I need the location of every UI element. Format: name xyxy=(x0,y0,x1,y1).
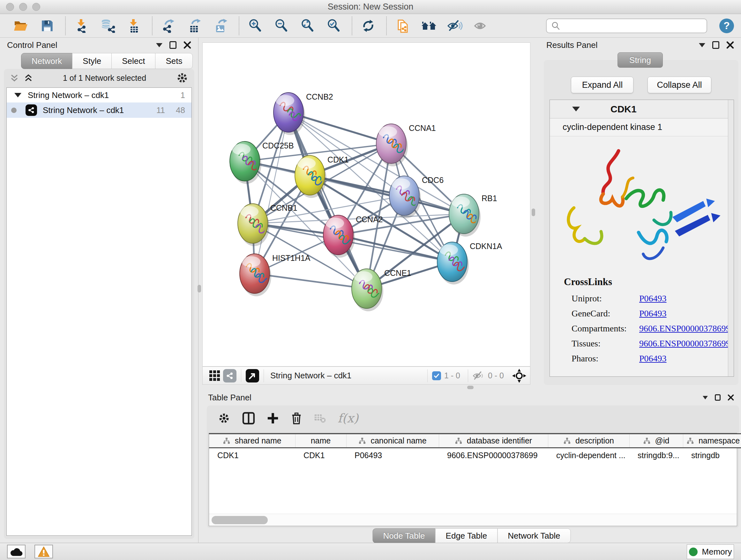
cloud-status-button[interactable] xyxy=(7,545,25,558)
search-field[interactable] xyxy=(546,18,707,33)
column-header-canonical-name[interactable]: canonical name xyxy=(346,434,439,448)
tab-string[interactable]: String xyxy=(617,52,663,68)
cell-namespace[interactable]: stringdb xyxy=(683,448,741,462)
svg-text:CDC25B: CDC25B xyxy=(262,141,294,150)
expand-all-networks-icon[interactable] xyxy=(23,73,33,83)
expand-all-button[interactable]: Expand All xyxy=(571,77,633,93)
hide-selected-button[interactable] xyxy=(446,16,465,36)
genecard-link[interactable]: P06493 xyxy=(639,308,667,319)
export-network-button[interactable] xyxy=(159,16,178,36)
network-node-ccna2[interactable] xyxy=(323,215,355,258)
table-gear-icon[interactable] xyxy=(218,412,230,425)
export-table-button[interactable] xyxy=(185,16,204,36)
gear-icon[interactable] xyxy=(176,71,189,84)
float-panel-icon[interactable] xyxy=(170,41,177,49)
tab-network-table[interactable]: Network Table xyxy=(497,528,570,543)
tab-edge-table[interactable]: Edge Table xyxy=(435,528,498,543)
export-image-button[interactable] xyxy=(211,16,230,36)
show-columns-icon[interactable] xyxy=(242,412,255,425)
string-copy-network-button[interactable] xyxy=(393,16,412,36)
birds-eye-view-icon[interactable] xyxy=(209,370,220,381)
network-graph[interactable]: CCNB2CCNA1CDC25BCDK1CDC6RB1CCNB1CCNA2CDK… xyxy=(203,43,531,367)
zoom-in-button[interactable] xyxy=(246,16,265,36)
eye-slash-icon xyxy=(448,19,463,33)
close-panel-icon[interactable] xyxy=(728,394,734,401)
network-view-canvas[interactable]: CCNB2CCNA1CDC25BCDK1CDC6RB1CCNB1CCNA2CDK… xyxy=(202,43,530,367)
add-column-icon[interactable] xyxy=(267,412,279,424)
cell-database-identifier[interactable]: 9606.ENSP00000378699 xyxy=(439,448,548,462)
function-builder-icon[interactable]: f(x) xyxy=(338,411,358,425)
memory-button[interactable]: Memory xyxy=(687,544,734,559)
column-header-description[interactable]: description xyxy=(548,434,629,448)
uniprot-link[interactable]: P06493 xyxy=(639,294,667,304)
cell-id[interactable]: stringdb:9... xyxy=(629,448,683,462)
open-session-button[interactable] xyxy=(11,16,30,36)
gene-section-header[interactable]: CDK1 xyxy=(550,100,734,118)
collapse-all-button[interactable]: Collapse All xyxy=(648,77,711,93)
selected-checkbox[interactable] xyxy=(432,371,441,380)
tab-style[interactable]: Style xyxy=(72,53,112,69)
network-collection-row[interactable]: String Network – cdk1 1 xyxy=(7,88,192,103)
zoom-out-button[interactable] xyxy=(272,16,291,36)
delete-table-icon[interactable] xyxy=(314,413,326,423)
close-panel-icon[interactable] xyxy=(726,41,734,49)
network-node-ccne1[interactable] xyxy=(352,269,383,311)
cell-name[interactable]: CDK1 xyxy=(295,448,346,462)
column-header-name[interactable]: name xyxy=(295,434,346,448)
string-settings-icon[interactable] xyxy=(223,369,237,382)
collapse-gene-icon[interactable] xyxy=(572,107,580,111)
import-network-file-button[interactable] xyxy=(72,16,91,36)
panel-menu-icon[interactable] xyxy=(156,43,162,47)
panel-menu-icon[interactable] xyxy=(703,396,708,399)
import-network-database-button[interactable] xyxy=(98,16,118,36)
tissues-link[interactable]: 9606.ENSP00000378699 xyxy=(639,338,730,349)
cell-canonical-name[interactable]: P06493 xyxy=(346,448,439,462)
import-table-button[interactable] xyxy=(125,16,144,36)
column-header-namespace[interactable]: namespace xyxy=(683,434,741,448)
open-in-new-icon[interactable] xyxy=(246,369,259,382)
tab-network[interactable]: Network xyxy=(21,53,72,69)
network-row[interactable]: String Network – cdk1 1148 xyxy=(7,103,192,118)
network-node-cdc6[interactable] xyxy=(389,176,421,219)
tab-node-table[interactable]: Node Table xyxy=(373,528,435,543)
cell-description[interactable]: cyclin-dependent ... xyxy=(548,448,629,462)
network-node-ccnb1[interactable] xyxy=(238,204,269,246)
search-input[interactable] xyxy=(563,21,702,30)
network-node-cdk1[interactable] xyxy=(295,155,327,198)
tab-select[interactable]: Select xyxy=(111,53,155,69)
delete-column-icon[interactable] xyxy=(290,412,302,425)
column-header-id[interactable]: @id xyxy=(629,434,683,448)
show-all-button[interactable] xyxy=(472,16,491,36)
bottom-splitter-handle[interactable] xyxy=(467,386,474,389)
warning-status-button[interactable] xyxy=(35,545,53,558)
crosshair-icon[interactable] xyxy=(512,369,526,383)
float-panel-icon[interactable] xyxy=(715,394,721,401)
save-session-button[interactable] xyxy=(38,16,57,36)
left-splitter-handle[interactable] xyxy=(198,285,201,293)
collapse-all-networks-icon[interactable] xyxy=(10,73,19,83)
close-panel-icon[interactable] xyxy=(184,41,191,49)
collapse-triangle-icon[interactable] xyxy=(14,93,21,98)
float-panel-icon[interactable] xyxy=(712,41,719,49)
zoom-fit-button[interactable] xyxy=(298,16,317,36)
refresh-view-button[interactable] xyxy=(359,16,378,36)
tab-sets[interactable]: Sets xyxy=(155,53,193,69)
help-button[interactable]: ? xyxy=(719,18,734,33)
network-node-ccnb2[interactable] xyxy=(273,92,305,135)
column-header-shared-name[interactable]: shared name xyxy=(209,434,295,448)
panel-menu-icon[interactable] xyxy=(699,43,705,47)
results-scrollbar[interactable] xyxy=(728,100,734,376)
zoom-selected-button[interactable] xyxy=(324,16,343,36)
compartments-link[interactable]: 9606.ENSP00000378699 xyxy=(639,323,730,334)
network-node-rb1[interactable] xyxy=(449,194,481,237)
cell-shared-name[interactable]: CDK1 xyxy=(209,448,295,462)
network-node-cdkn1a[interactable] xyxy=(437,242,469,285)
table-horizontal-scrollbar[interactable] xyxy=(209,514,737,526)
network-node-hist1h1a[interactable] xyxy=(240,254,271,296)
pharos-link[interactable]: P06493 xyxy=(639,354,667,364)
scrollbar-thumb[interactable] xyxy=(212,516,268,524)
home-networks-button[interactable] xyxy=(419,16,439,36)
table-row[interactable]: CDK1 CDK1 P06493 9606.ENSP00000378699 cy… xyxy=(209,448,741,462)
right-splitter-handle[interactable] xyxy=(532,208,535,216)
column-header-database-identifier[interactable]: database identifier xyxy=(439,434,548,448)
